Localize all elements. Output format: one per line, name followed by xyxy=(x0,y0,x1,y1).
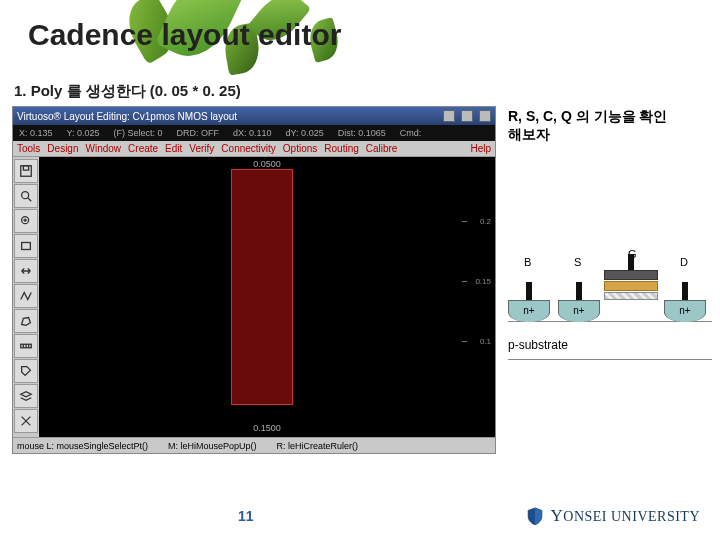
stretch-icon[interactable] xyxy=(14,259,38,283)
layout-editor-window: Virtuoso® Layout Editing: Cv1pmos NMOS l… xyxy=(12,106,496,454)
save-icon[interactable] xyxy=(14,159,38,183)
subtitle: 1. Poly 를 생성한다 (0. 05 * 0. 25) xyxy=(14,82,241,101)
mouse-left-hint: mouse L: mouseSingleSelectPt() xyxy=(17,441,148,451)
mouse-right-hint: R: leHiCreateRuler() xyxy=(277,441,359,451)
menu-connectivity[interactable]: Connectivity xyxy=(221,143,275,154)
tick-label: 0.2 xyxy=(480,217,491,226)
window-title: Virtuoso® Layout Editing: Cv1pmos NMOS l… xyxy=(17,111,237,122)
ruler-top-label: 0.0500 xyxy=(253,159,281,169)
svg-rect-1 xyxy=(23,166,28,170)
ruler-bottom-label: 0.1500 xyxy=(253,423,281,433)
mouse-hint-bar: mouse L: mouseSingleSelectPt() M: leHiMo… xyxy=(13,437,495,453)
delete-icon[interactable] xyxy=(14,409,38,433)
well-b-label: n+ xyxy=(509,305,549,316)
status-dy: dY: 0.025 xyxy=(286,128,324,138)
layers-icon[interactable] xyxy=(14,384,38,408)
well-d-label: n+ xyxy=(665,305,705,316)
menu-calibre[interactable]: Calibre xyxy=(366,143,398,154)
note-line1: R, S, C, Q 의 기능을 확인 xyxy=(508,108,708,126)
status-select: (F) Select: 0 xyxy=(114,128,163,138)
ruler-icon[interactable] xyxy=(14,334,38,358)
status-cmd: Cmd: xyxy=(400,128,422,138)
window-titlebar: Virtuoso® Layout Editing: Cv1pmos NMOS l… xyxy=(13,107,495,125)
page-number: 11 xyxy=(238,508,254,524)
menu-window[interactable]: Window xyxy=(86,143,122,154)
shield-icon xyxy=(525,506,545,526)
terminal-s-label: S xyxy=(574,256,581,268)
svg-line-3 xyxy=(28,198,32,202)
logo-text: YONSEI UNIVERSITY xyxy=(551,506,701,526)
status-dist: Dist: 0.1065 xyxy=(338,128,386,138)
svg-rect-7 xyxy=(22,243,31,250)
yonsei-logo: YONSEI UNIVERSITY xyxy=(525,506,701,526)
status-dx: dX: 0.110 xyxy=(233,128,272,138)
gate-metal xyxy=(604,270,658,280)
well-s: n+ xyxy=(558,300,600,322)
tick-label: 0.15 xyxy=(475,277,491,286)
menu-verify[interactable]: Verify xyxy=(189,143,214,154)
minimize-icon[interactable] xyxy=(443,110,455,122)
svg-rect-0 xyxy=(21,166,32,177)
page-title: Cadence layout editor xyxy=(28,18,341,52)
polygon-icon[interactable] xyxy=(14,309,38,333)
menu-create[interactable]: Create xyxy=(128,143,158,154)
gate-poly xyxy=(604,281,658,291)
poly-shape[interactable] xyxy=(231,169,293,405)
side-note: R, S, C, Q 의 기능을 확인 해보자 xyxy=(508,108,708,144)
well-s-label: n+ xyxy=(559,305,599,316)
contact-s xyxy=(576,282,582,300)
maximize-icon[interactable] xyxy=(461,110,473,122)
menu-design[interactable]: Design xyxy=(47,143,78,154)
menu-options[interactable]: Options xyxy=(283,143,317,154)
menu-edit[interactable]: Edit xyxy=(165,143,182,154)
status-bar: X: 0.135 Y: 0.025 (F) Select: 0 DRD: OFF… xyxy=(13,125,495,141)
label-icon[interactable] xyxy=(14,359,38,383)
status-x: X: 0.135 xyxy=(19,128,53,138)
p-substrate-label: p-substrate xyxy=(508,338,568,352)
menu-help[interactable]: Help xyxy=(470,143,491,154)
gate-oxide xyxy=(604,292,658,300)
diagram-underline xyxy=(508,359,712,360)
path-icon[interactable] xyxy=(14,284,38,308)
tick-label: 0.1 xyxy=(480,337,491,346)
mosfet-diagram: B S G D n+ n+ n+ p-substrate xyxy=(508,220,712,370)
note-line2: 해보자 xyxy=(508,126,708,144)
well-b: n+ xyxy=(508,300,550,322)
terminal-d-label: D xyxy=(680,256,688,268)
status-drd: DRD: OFF xyxy=(177,128,220,138)
well-d: n+ xyxy=(664,300,706,322)
contact-d xyxy=(682,282,688,300)
zoom-fit-icon[interactable] xyxy=(14,184,38,208)
gate-stack xyxy=(604,270,658,300)
svg-point-2 xyxy=(22,192,29,199)
contact-b xyxy=(526,282,532,300)
zoom-in-icon[interactable] xyxy=(14,209,38,233)
mouse-mid-hint: M: leHiMousePopUp() xyxy=(168,441,257,451)
layout-canvas[interactable]: 0.0500 0.2 0.15 0.1 0.1500 xyxy=(39,157,495,437)
close-icon[interactable] xyxy=(479,110,491,122)
menu-routing[interactable]: Routing xyxy=(324,143,358,154)
terminal-b-label: B xyxy=(524,256,531,268)
status-y: Y: 0.025 xyxy=(67,128,100,138)
left-toolbar xyxy=(13,157,39,437)
menu-bar: Tools Design Window Create Edit Verify C… xyxy=(13,141,495,157)
menu-tools[interactable]: Tools xyxy=(17,143,40,154)
rect-icon[interactable] xyxy=(14,234,38,258)
